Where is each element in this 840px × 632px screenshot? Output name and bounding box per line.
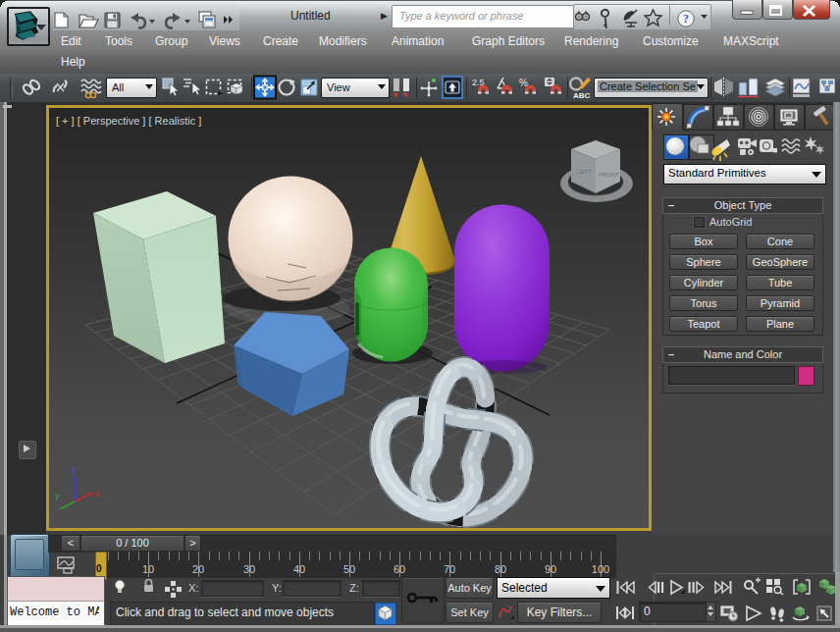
svg-text:[ + ] [ Perspective ] [ Realis: [ + ] [ Perspective ] [ Realistic ] [56,115,201,127]
svg-text:60: 60 [394,563,405,575]
svg-text:100: 100 [592,563,609,575]
svg-text:80: 80 [495,563,506,575]
svg-text:20: 20 [192,563,204,575]
svg-text:FRONT: FRONT [599,172,619,178]
svg-text:?: ? [683,12,689,26]
svg-text:50: 50 [343,563,355,575]
svg-text:LEFT: LEFT [577,169,592,175]
svg-text:90: 90 [545,563,556,575]
svg-text:ABC: ABC [573,91,591,100]
svg-text:40: 40 [293,563,305,575]
svg-text:z: z [72,465,77,475]
svg-text:30: 30 [243,563,255,575]
svg-text:y: y [55,491,60,500]
svg-text:70: 70 [444,563,455,575]
svg-text:10: 10 [142,563,154,575]
svg-text:x: x [95,489,100,499]
